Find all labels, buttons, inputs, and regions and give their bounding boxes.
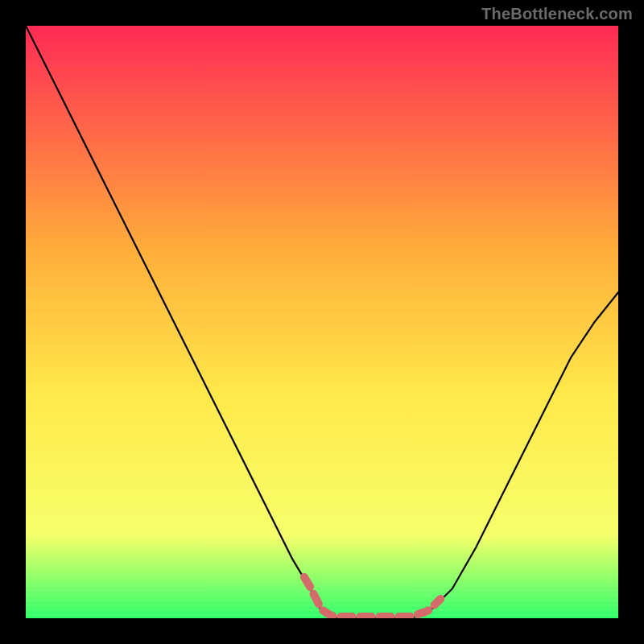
plot-area (26, 26, 618, 618)
chart-frame: TheBottleneck.com (0, 0, 644, 644)
watermark-text: TheBottleneck.com (481, 5, 633, 23)
gradient-background (26, 26, 618, 618)
chart-svg (26, 26, 618, 618)
